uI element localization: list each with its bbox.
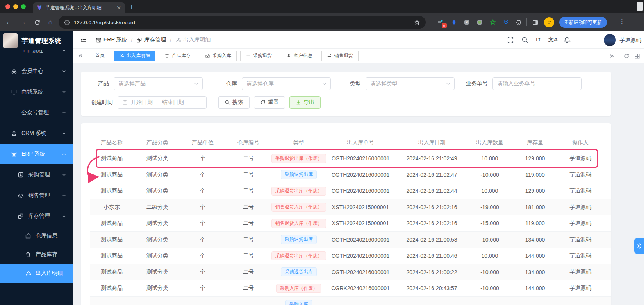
restart-update-button[interactable]: 重新启动即可更新 xyxy=(559,17,607,28)
page-tab-1[interactable]: 出入库明细 xyxy=(114,51,155,61)
site-info-icon[interactable] xyxy=(64,20,70,25)
cell: 测试分类 xyxy=(133,220,182,227)
tab-options-grid-icon[interactable] xyxy=(634,49,644,63)
extension-icon-3[interactable]: ⌘ xyxy=(463,18,471,26)
extension-icon-2[interactable] xyxy=(450,18,458,26)
table-row-7[interactable]: 测试商品测试分类个二号采购退货出库CGTH202402160000012024-… xyxy=(90,264,611,281)
extension-icon-6[interactable] xyxy=(502,18,510,26)
forward-icon[interactable]: → xyxy=(19,18,27,27)
page-tab-3[interactable]: 采购入库 xyxy=(200,51,237,61)
cell: 2024-02-16 21:00:58 xyxy=(396,237,467,243)
page-tab-5[interactable]: 客户信息 xyxy=(281,51,318,61)
sidebar-item-9[interactable]: 仓库信息 xyxy=(0,226,73,245)
table-row-6[interactable]: 测试商品测试分类个二号采购退货出库（作废）CGTH202402160000012… xyxy=(90,248,611,264)
page-tab-6[interactable]: 销售退货 xyxy=(321,51,359,61)
reload-icon[interactable] xyxy=(33,18,41,27)
scroll-tabs-right-icon[interactable] xyxy=(604,49,619,63)
table-row-1[interactable]: 测试商品测试分类个二号采购退货出库CGTH202402160000012024-… xyxy=(90,167,611,183)
app-logo-row[interactable]: 芋道管理系统 xyxy=(0,31,73,50)
sidebar-item-5[interactable]: ERP 系统 xyxy=(0,144,73,164)
table-row-9[interactable]: 采购入库 xyxy=(90,297,611,305)
sidebar-item-10[interactable]: 产品库存 xyxy=(0,245,73,264)
profile-avatar[interactable] xyxy=(544,17,554,27)
export-button[interactable]: 导出 xyxy=(289,96,321,109)
type-select[interactable]: 请选择类型 xyxy=(366,77,455,90)
main-area: ERP 系统 / 库存管理 / 出入库明细 xyxy=(73,31,644,305)
cell: 测试商品 xyxy=(90,155,133,162)
bookmark-star-icon[interactable] xyxy=(414,19,420,25)
table-row-0[interactable]: 测试商品测试分类个二号采购退货出库（作废）CGTH202402160000012… xyxy=(90,151,611,167)
table-row-4[interactable]: 测试商品测试分类个二号销售退货入库（作废）XSTH202402150000012… xyxy=(90,215,611,232)
sidebar-item-label: 产品库存 xyxy=(36,251,73,258)
browser-tab[interactable]: 芋道管理系统 - 出入库明细 ✕ xyxy=(33,2,125,13)
extension-icon-1[interactable]: 6 xyxy=(437,18,444,26)
biz-no-input[interactable]: 请输入业务单号 xyxy=(492,77,582,90)
home-icon[interactable]: ⌂ xyxy=(46,18,55,27)
cell: 2024-02-16 21:00:22 xyxy=(396,269,467,275)
notification-bell-icon[interactable] xyxy=(564,36,571,43)
cell: 个 xyxy=(182,171,224,178)
sidebar-item-4[interactable]: CRM 系统 xyxy=(0,123,73,144)
fullscreen-icon[interactable] xyxy=(507,36,514,43)
search-icon[interactable] xyxy=(521,36,528,43)
site-favicon xyxy=(37,5,42,11)
reset-button[interactable]: 重置 xyxy=(254,96,285,109)
zoom-window-button[interactable] xyxy=(21,4,26,9)
export-button-label: 导出 xyxy=(303,99,314,106)
date-range-picker[interactable]: 开始日期 – 结束日期 xyxy=(118,96,207,109)
product-select[interactable]: 请选择产品 xyxy=(114,77,203,90)
extensions-puzzle-icon[interactable] xyxy=(515,18,523,26)
browser-menu-icon[interactable]: ⋮ xyxy=(619,18,625,25)
cell: 测试分类 xyxy=(133,155,182,162)
sidebar-item-11[interactable]: 出入库明细 xyxy=(0,264,73,283)
cell: 测试商品 xyxy=(90,252,133,259)
page-tab-2[interactable]: 产品库存 xyxy=(159,51,196,61)
close-window-button[interactable] xyxy=(5,4,10,9)
tabbar-right-controls xyxy=(604,49,644,63)
sidebar-item-2[interactable]: 商城系统 xyxy=(0,81,73,102)
table-row-2[interactable]: 测试商品测试分类个二号采购退货出库（作废）CGTH202402160000012… xyxy=(90,183,611,199)
warehouse-select[interactable]: 请选择仓库 xyxy=(242,77,331,90)
extension-icon-5[interactable] xyxy=(489,18,497,26)
sidebar-item-7[interactable]: 销售管理 xyxy=(0,185,73,206)
scroll-tabs-left-icon[interactable] xyxy=(73,53,87,59)
side-panel-icon[interactable] xyxy=(531,18,539,26)
sidebar-item-6[interactable]: 采购管理 xyxy=(0,164,73,185)
cell: 二号 xyxy=(224,285,273,292)
extension-icon-4[interactable] xyxy=(476,18,483,26)
cell: 测试商品 xyxy=(90,187,133,194)
page-tab-4[interactable]: 采购退货 xyxy=(240,51,277,61)
cell: 芋道源码 xyxy=(558,187,603,194)
table-row-8[interactable]: 测试商品测试分类个二号采购入库（作废）CGRK20240216000001202… xyxy=(90,280,611,297)
sidebar-item-1[interactable]: 会员中心 xyxy=(0,61,73,81)
tab-close-icon[interactable]: ✕ xyxy=(116,5,121,11)
create-time-label: 创建时间 xyxy=(90,99,113,106)
user-name[interactable]: 芋道源码 xyxy=(619,37,641,44)
refresh-page-icon[interactable] xyxy=(619,49,634,63)
page-tabbar: 首页出入库明细产品库存采购入库采购退货客户信息销售退货 xyxy=(73,49,644,63)
search-icon xyxy=(225,100,230,105)
sidebar-item-8[interactable]: 库存管理 xyxy=(0,206,73,226)
table-row-3[interactable]: 小东东二级分类个二号销售退货入库（作废）XSTH2024021500000120… xyxy=(90,199,611,216)
search-button[interactable]: 搜索 xyxy=(218,96,250,109)
breadcrumb-item-stock[interactable]: 库存管理 xyxy=(136,36,166,43)
cell: 测试分类 xyxy=(133,171,182,178)
user-avatar[interactable] xyxy=(604,34,616,46)
reset-button-label: 重置 xyxy=(268,99,279,106)
cell: CGTH20240216000001 xyxy=(325,172,396,178)
translate-icon[interactable]: 文A xyxy=(548,36,558,43)
cell: 129.000 xyxy=(512,188,558,194)
font-size-icon[interactable]: Tt xyxy=(535,36,540,43)
table-row-5[interactable]: 测试商品测试分类个二号采购退货出库CGTH202402160000012024-… xyxy=(90,232,611,248)
url-bar[interactable]: 127.0.0.1/erp/stock/record xyxy=(59,16,426,29)
page-tab-0[interactable]: 首页 xyxy=(90,51,110,61)
settings-fab[interactable] xyxy=(634,238,644,254)
collapse-menu-icon[interactable] xyxy=(80,36,87,43)
new-tab-button[interactable]: + xyxy=(130,3,134,11)
sidebar-item-3[interactable]: 公众号管理 xyxy=(0,102,73,123)
back-icon[interactable]: ← xyxy=(5,18,13,27)
sidebar-item-label: 公众号管理 xyxy=(21,109,62,116)
app-window: 工作流程会员中心商城系统公众号管理CRM 系统ERP 系统采购管理销售管理库存管… xyxy=(0,31,644,305)
breadcrumb-item-erp[interactable]: ERP 系统 xyxy=(96,36,127,43)
minimize-window-button[interactable] xyxy=(13,4,18,9)
